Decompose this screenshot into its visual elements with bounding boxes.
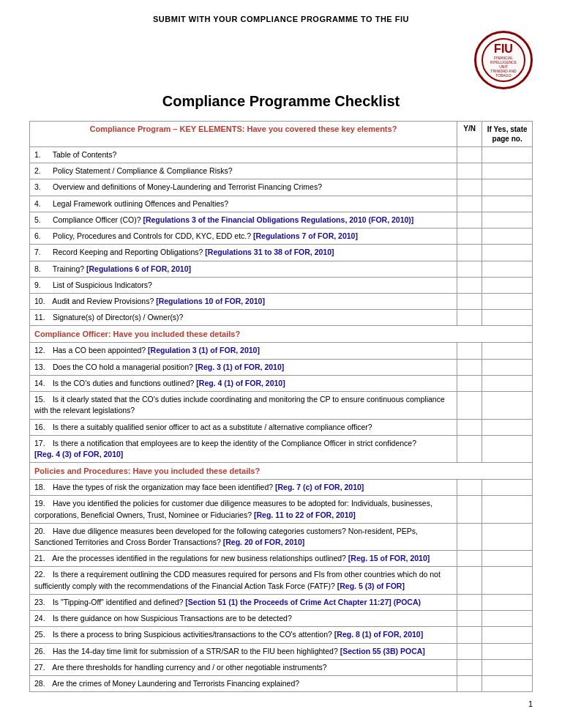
- regulation-link: [Reg. 11 to 22 of FOR, 2010]: [254, 510, 356, 519]
- yn-cell[interactable]: [457, 659, 482, 675]
- yn-cell[interactable]: [457, 245, 482, 261]
- table-row: 7. Record Keeping and Reporting Obligati…: [30, 245, 533, 261]
- yn-cell[interactable]: [457, 343, 482, 359]
- item-num: 18.: [34, 482, 50, 493]
- yn-cell[interactable]: [457, 551, 482, 567]
- item-num: 27.: [34, 662, 50, 673]
- regulation-link: [Regulations 7 of FOR, 2010]: [253, 231, 358, 240]
- item-text: 24. Is there guidance on how Suspicious …: [30, 611, 457, 627]
- col-header-ifyes: If Yes, state page no.: [482, 122, 533, 147]
- table-row: 11. Signature(s) of Director(s) / Owner(…: [30, 310, 533, 326]
- item-num: 7.: [34, 247, 50, 258]
- page-cell[interactable]: [482, 196, 533, 212]
- yn-cell[interactable]: [457, 523, 482, 550]
- yn-cell[interactable]: [457, 229, 482, 245]
- page-cell[interactable]: [482, 643, 533, 659]
- item-text: 14. Is the CO's duties and functions out…: [30, 375, 457, 391]
- page-cell[interactable]: [482, 147, 533, 163]
- yn-cell[interactable]: [457, 375, 482, 391]
- page-cell[interactable]: [482, 375, 533, 391]
- page-cell[interactable]: [482, 627, 533, 643]
- page-cell[interactable]: [482, 567, 533, 594]
- table-row: 16. Is there a suitably qualified senior…: [30, 419, 533, 435]
- item-num: 24.: [34, 613, 50, 624]
- yn-cell[interactable]: [457, 359, 482, 375]
- item-num: 1.: [34, 149, 50, 160]
- regulation-link: [Reg. 15 of FOR, 2010]: [348, 554, 430, 562]
- page-cell[interactable]: [482, 419, 533, 435]
- item-num: 23.: [34, 597, 50, 608]
- yn-cell[interactable]: [457, 310, 482, 326]
- page-cell[interactable]: [482, 551, 533, 567]
- yn-cell[interactable]: [457, 676, 482, 692]
- table-row: 5. Compliance Officer (CO)? [Regulations…: [30, 212, 533, 228]
- item-text: 17. Is there a notification that employe…: [30, 435, 457, 462]
- item-text: 15. Is it clearly stated that the CO's d…: [30, 392, 457, 419]
- page-cell[interactable]: [482, 611, 533, 627]
- regulation-link: [Reg. 4 (3) of FOR, 2010]: [34, 450, 123, 458]
- item-num: 21.: [34, 553, 50, 564]
- yn-cell[interactable]: [457, 611, 482, 627]
- item-text: 22. Is there a requirement outlining the…: [30, 567, 457, 594]
- key-elements-header: Compliance Program – KEY ELEMENTS: Have …: [90, 125, 397, 133]
- yn-cell[interactable]: [457, 435, 482, 462]
- yn-cell[interactable]: [457, 196, 482, 212]
- yn-cell[interactable]: [457, 567, 482, 594]
- item-text: 23. Is "Tipping-Off" identified and defi…: [30, 594, 457, 610]
- regulation-link: [Reg. 20 of FOR, 2010]: [223, 538, 304, 546]
- page-cell[interactable]: [482, 212, 533, 228]
- item-num: 11.: [34, 312, 50, 323]
- regulation-link: [Reg. 5 (3) of FOR]: [337, 582, 405, 590]
- regulation-link: [Section 51 (1) the Proceeds of Crime Ac…: [185, 598, 421, 606]
- table-row: 19. Have you identified the policies for…: [30, 496, 533, 523]
- item-text: 1. Table of Contents?: [30, 147, 457, 163]
- page-cell[interactable]: [482, 359, 533, 375]
- yn-cell[interactable]: [457, 277, 482, 293]
- page-cell[interactable]: [482, 480, 533, 496]
- table-row: 1. Table of Contents?: [30, 147, 533, 163]
- page-cell[interactable]: [482, 163, 533, 179]
- page-cell[interactable]: [482, 392, 533, 419]
- yn-cell[interactable]: [457, 147, 482, 163]
- table-row: 22. Is there a requirement outlining the…: [30, 567, 533, 594]
- page-cell[interactable]: [482, 523, 533, 550]
- yn-cell[interactable]: [457, 212, 482, 228]
- regulation-link: [Regulations 10 of FOR, 2010]: [156, 297, 265, 305]
- page-cell[interactable]: [482, 676, 533, 692]
- yn-cell[interactable]: [457, 163, 482, 179]
- page-cell[interactable]: [482, 496, 533, 523]
- table-row: 12. Has a CO been appointed? [Regulation…: [30, 343, 533, 359]
- page-cell[interactable]: [482, 343, 533, 359]
- logo-area: FIU FINANCIALINTELLIGENCEUNITTRINIDAD AN…: [29, 31, 533, 89]
- yn-cell[interactable]: [457, 419, 482, 435]
- yn-cell[interactable]: [457, 594, 482, 610]
- yn-cell[interactable]: [457, 627, 482, 643]
- page-cell[interactable]: [482, 659, 533, 675]
- table-header-row: Compliance Program – KEY ELEMENTS: Have …: [30, 122, 533, 147]
- page-cell[interactable]: [482, 245, 533, 261]
- regulation-link: [Regulations 3 of the Financial Obligati…: [143, 215, 413, 224]
- page-cell[interactable]: [482, 229, 533, 245]
- page-cell[interactable]: [482, 293, 533, 309]
- page-cell[interactable]: [482, 277, 533, 293]
- page-cell[interactable]: [482, 261, 533, 277]
- yn-cell[interactable]: [457, 496, 482, 523]
- yn-cell[interactable]: [457, 643, 482, 659]
- page-cell[interactable]: [482, 435, 533, 462]
- regulation-link: [Section 55 (3B) POCA]: [340, 647, 425, 655]
- table-row: 4. Legal Framework outlining Offences an…: [30, 196, 533, 212]
- yn-cell[interactable]: [457, 293, 482, 309]
- regulation-link: [Regulation 3 (1) of FOR, 2010]: [148, 346, 260, 354]
- yn-cell[interactable]: [457, 179, 482, 196]
- item-num: 9.: [34, 280, 50, 291]
- yn-cell[interactable]: [457, 261, 482, 277]
- page-cell[interactable]: [482, 310, 533, 326]
- item-num: 13.: [34, 362, 50, 373]
- item-text: 27. Are there thresholds for handling cu…: [30, 659, 457, 675]
- top-header: SUBMIT WITH YOUR COMPLIANCE PROGRAMME TO…: [29, 15, 533, 23]
- yn-cell[interactable]: [457, 392, 482, 419]
- page-cell[interactable]: [482, 594, 533, 610]
- yn-cell[interactable]: [457, 480, 482, 496]
- table-row: 20. Have due diligence measures been dev…: [30, 523, 533, 550]
- page-cell[interactable]: [482, 179, 533, 196]
